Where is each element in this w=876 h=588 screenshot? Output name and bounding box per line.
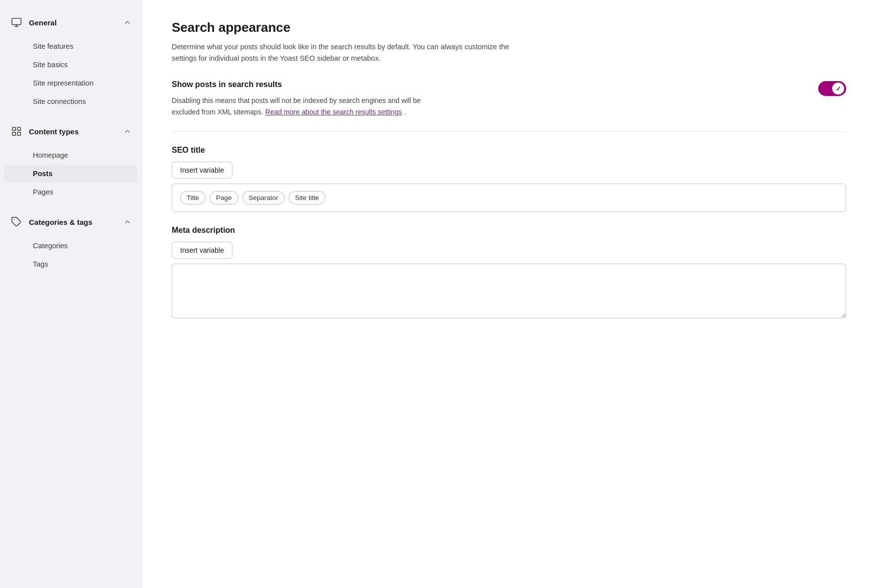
sidebar-item-homepage[interactable]: Homepage [4,146,137,164]
sidebar-item-tags[interactable]: Tags [4,255,137,273]
chevron-icon-general [123,18,131,26]
sidebar-item-site-representation[interactable]: Site representation [4,74,137,92]
toggle-track: ✓ [818,81,846,96]
sidebar-section-header-left-content-types: Content types [10,125,79,138]
sidebar-section-general: General Site featuresSite basicsSite rep… [0,10,141,115]
sidebar-item-pages[interactable]: Pages [4,183,137,201]
sidebar: General Site featuresSite basicsSite rep… [0,0,142,588]
sidebar-section-header-left-general: General [10,16,57,29]
seo-title-tokens-box: TitlePageSeparatorSite title [172,184,846,212]
sidebar-section-header-content-types[interactable]: Content types [0,119,141,144]
token-site-title[interactable]: Site title [289,191,326,204]
sidebar-item-categories[interactable]: Categories [4,237,137,255]
meta-description-textarea[interactable] [172,264,846,318]
section-divider [172,131,846,132]
sidebar-items-general: Site featuresSite basicsSite representat… [0,35,141,115]
sidebar-section-header-general[interactable]: General [0,10,141,35]
show-posts-toggle-section: Show posts in search results Disabling t… [172,80,846,117]
sidebar-item-site-connections[interactable]: Site connections [4,93,137,110]
meta-description-section: Meta description Insert variable [172,226,846,320]
svg-rect-3 [12,127,15,130]
monitor-icon [10,16,23,29]
chevron-icon-content-types [123,127,131,135]
main-content: Search appearance Determine what your po… [142,0,876,588]
svg-rect-4 [12,132,15,135]
sidebar-item-site-basics[interactable]: Site basics [4,56,137,74]
toggle-label-group: Show posts in search results Disabling t… [172,80,798,117]
svg-rect-6 [17,132,20,135]
svg-rect-0 [12,18,21,25]
sidebar-section-header-left-categories-tags: Categories & tags [10,215,93,228]
content-types-icon [10,125,23,138]
meta-description-insert-variable-button[interactable]: Insert variable [172,242,232,259]
toggle-label: Show posts in search results [172,80,798,89]
seo-title-insert-variable-button[interactable]: Insert variable [172,162,232,179]
toggle-description: Disabling this means that posts will not… [172,95,431,117]
show-posts-toggle[interactable]: ✓ [818,81,846,96]
toggle-period: . [404,108,406,116]
meta-description-label: Meta description [172,226,846,235]
sidebar-section-content-types: Content types HomepagePostsPages [0,119,141,205]
toggle-thumb: ✓ [832,83,844,95]
seo-title-section: SEO title Insert variable TitlePageSepar… [172,146,846,212]
token-title[interactable]: Title [180,191,206,204]
sidebar-section-header-categories-tags[interactable]: Categories & tags [0,209,141,234]
page-title: Search appearance [172,20,846,35]
toggle-read-more-link[interactable]: Read more about the search results setti… [265,108,402,116]
chevron-icon-categories-tags [123,218,131,226]
token-separator[interactable]: Separator [242,191,285,204]
sidebar-section-categories-tags: Categories & tags CategoriesTags [0,209,141,278]
sidebar-section-title-general: General [29,18,57,27]
token-page[interactable]: Page [210,191,238,204]
toggle-check-icon: ✓ [836,85,841,93]
svg-rect-5 [17,127,20,130]
tag-icon [10,215,23,228]
sidebar-section-title-categories-tags: Categories & tags [29,218,93,226]
sidebar-section-title-content-types: Content types [29,127,79,136]
sidebar-items-content-types: HomepagePostsPages [0,144,141,205]
sidebar-items-categories-tags: CategoriesTags [0,234,141,278]
page-description: Determine what your posts should look li… [172,41,510,64]
sidebar-item-posts[interactable]: Posts [4,165,137,183]
sidebar-item-site-features[interactable]: Site features [4,37,137,55]
seo-title-label: SEO title [172,146,846,155]
